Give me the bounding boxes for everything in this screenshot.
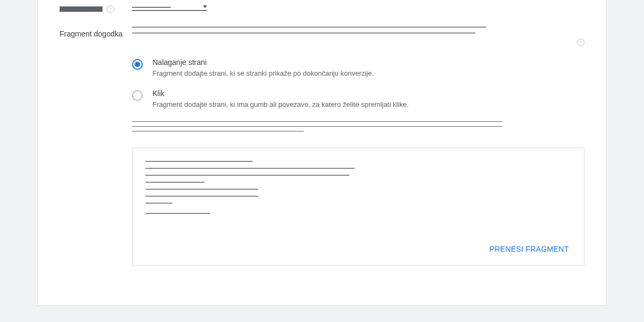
radio-selected[interactable] [132,59,143,70]
post-options-text [132,121,584,131]
radio-group: Nalaganje strani Fragment dodajte strani… [132,58,584,109]
code-snippet-box: PRENESI FRAGMENT [132,148,584,266]
section-label-col: Fragment dogodka [60,27,132,39]
option-page-load[interactable]: Nalaganje strani Fragment dodajte strani… [132,58,584,78]
chevron-down-icon [203,5,207,8]
event-fragment-row: Fragment dogodka ? Nalaganje strani Frag… [60,27,584,266]
codebox-footer: PRENESI FRAGMENT [145,231,571,258]
redacted-label [60,6,103,12]
option-title: Nalaganje strani [152,58,374,67]
option-title: Klik [152,89,409,98]
intro-lines [132,27,570,39]
section-content: ? Nalaganje strani Fragment dodajte stra… [132,27,584,266]
settings-card: ? Fragment dogodka ? [38,0,606,306]
top-row-content [132,3,584,27]
download-fragment-button[interactable]: PRENESI FRAGMENT [487,240,571,258]
option-text: Klik Fragment dodajte strani, ki ima gum… [152,89,409,109]
section-label: Fragment dogodka [60,30,123,38]
radio-unselected[interactable] [132,90,143,101]
option-desc: Fragment dodajte strani, ki se stranki p… [152,69,374,78]
option-click[interactable]: Klik Fragment dodajte strani, ki ima gum… [132,89,584,109]
option-desc: Fragment dodajte strani, ki ima gumb ali… [152,100,409,109]
option-text: Nalaganje strani Fragment dodajte strani… [152,58,374,78]
dropdown-value-redacted [132,7,171,8]
help-icon[interactable]: ? [577,39,584,46]
intro-text: ? [132,27,584,46]
help-icon[interactable]: ? [107,5,114,13]
top-row-label: ? [60,3,132,13]
code-content [145,161,571,231]
top-row: ? [60,0,584,27]
dropdown[interactable] [132,3,207,11]
